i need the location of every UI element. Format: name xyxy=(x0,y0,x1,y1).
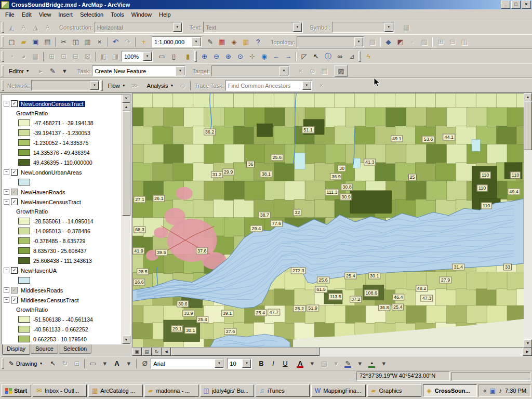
map-vertical-scrollbar[interactable]: ▲ ▼ xyxy=(524,93,532,348)
previous-view-icon[interactable]: ◧ xyxy=(98,51,110,62)
measure-icon[interactable]: ⊿ xyxy=(346,51,358,62)
drawing-menu[interactable]: ✎Drawing▼ xyxy=(6,358,46,369)
toc-scrollbar[interactable]: × ▲ ▼ xyxy=(122,95,130,344)
zoom-out-icon[interactable]: ⊖ xyxy=(210,51,222,62)
sketch-tool-icon[interactable]: ✎ xyxy=(47,65,59,76)
collapse-box-icon[interactable]: − xyxy=(4,268,9,273)
smooth-icon[interactable]: ⊟ xyxy=(446,36,458,47)
full-extent-icon[interactable]: ◉ xyxy=(258,51,270,62)
display-tray-icon[interactable]: ▣ xyxy=(490,387,496,394)
taskbar-button[interactable]: ▰madonna - ... xyxy=(144,384,198,397)
toolbar-grip[interactable] xyxy=(2,65,4,76)
layer-name-NewLondonUrbanAreas[interactable]: NewLondonUrbanAreas xyxy=(19,169,83,176)
font-combo[interactable]: Arial▼ xyxy=(151,358,224,369)
network-combo-arrow-icon[interactable]: ▼ xyxy=(90,81,99,90)
snap-edge-icon[interactable]: ⊠ xyxy=(82,51,94,62)
toc-scroll-thumb[interactable] xyxy=(122,111,130,216)
toolbar-grip[interactable] xyxy=(194,51,197,62)
layer-row-NewLondonUrbanAreas[interactable]: −✓NewLondonUrbanAreas xyxy=(4,167,122,177)
map-scroll-down-icon[interactable]: ▼ xyxy=(524,339,532,348)
attributes-table-icon[interactable]: ▦ xyxy=(318,65,330,76)
select-elements-icon[interactable]: ↖ xyxy=(47,358,59,369)
redo-icon[interactable]: ↷ xyxy=(122,36,134,47)
topology-edit-icon[interactable]: ◆ xyxy=(382,36,394,47)
font-symbol-icon[interactable]: Ø xyxy=(139,358,151,369)
annotation-text-combo-arrow-icon[interactable]: ▼ xyxy=(293,23,302,32)
fixed-zoom-in-icon[interactable]: ⊛ xyxy=(222,51,234,62)
refresh-view-icon[interactable]: ↻ xyxy=(152,348,162,356)
new-map-icon[interactable]: ▢ xyxy=(6,36,18,47)
layer-checkbox-MiddlesexCensusTract[interactable]: ✓ xyxy=(11,297,18,303)
bold-icon[interactable]: B xyxy=(255,358,267,369)
menu-window[interactable]: Window xyxy=(128,10,155,19)
symbol-combo-arrow-icon[interactable]: ▼ xyxy=(384,23,393,32)
toc-close-icon[interactable]: × xyxy=(122,95,130,103)
command-line-icon[interactable]: ◈ xyxy=(228,36,240,47)
menu-edit[interactable]: Edit xyxy=(18,10,35,19)
arctoolbox-icon[interactable]: ▦ xyxy=(216,36,228,47)
follow-feature-icon[interactable]: ◮ xyxy=(30,22,42,33)
collapse-box-icon[interactable]: − xyxy=(4,189,9,195)
trace-task-combo[interactable]: Find Common Ancestors▼ xyxy=(225,80,312,91)
target-combo-arrow-icon[interactable]: ▼ xyxy=(280,66,288,75)
cut-icon[interactable]: ✂ xyxy=(58,36,70,47)
layer-name-NewHavenRoads[interactable]: NewHavenRoads xyxy=(19,189,67,195)
collapse-box-icon[interactable]: − xyxy=(4,101,9,107)
menu-insert[interactable]: Insert xyxy=(55,10,76,19)
map-scale-combo[interactable]: 1:1,000,000▼ xyxy=(152,36,202,47)
analysis-options-icon[interactable]: ◇ xyxy=(177,80,189,91)
trace-task-combo-arrow-icon[interactable]: ▼ xyxy=(302,81,311,90)
collapse-tray-icon[interactable]: « xyxy=(483,387,487,394)
print-icon[interactable]: ▤ xyxy=(42,36,54,47)
network-combo[interactable]: ▼ xyxy=(31,80,100,91)
construct-annotation-icon[interactable]: A xyxy=(18,22,30,33)
whats-this-icon[interactable]: ? xyxy=(252,36,264,47)
zoom-to-selected-icon[interactable]: ⊡ xyxy=(71,358,83,369)
symbol-combo[interactable]: ▼ xyxy=(332,22,394,33)
layer-row-MiddlesexRoads[interactable]: −✓MiddlesexRoads xyxy=(4,285,122,295)
layer-row-MiddlesexCensusTract[interactable]: −✓MiddlesexCensusTract xyxy=(4,295,122,305)
add-data-icon[interactable]: + xyxy=(138,36,150,47)
open-map-icon[interactable]: ▰ xyxy=(18,36,30,47)
line-color-icon[interactable]: ✎ xyxy=(342,358,354,369)
editor-menu[interactable]: Editor▼ xyxy=(6,65,33,76)
map-scroll-up-icon[interactable]: ▲ xyxy=(524,93,532,101)
grid-icon[interactable]: ⊡ xyxy=(58,51,70,62)
select-elements-icon[interactable]: ↖ xyxy=(310,51,322,62)
menu-help[interactable]: Help xyxy=(155,10,175,19)
rotate-tool-icon[interactable]: ⊙ xyxy=(307,65,318,76)
taskbar-button[interactable]: ♫iTunes xyxy=(256,384,310,397)
toolbar-grip[interactable] xyxy=(2,22,4,33)
toolbar-grip[interactable] xyxy=(100,80,103,91)
text-dropdown-icon[interactable]: ▾ xyxy=(123,358,135,369)
marker-color-dropdown-icon[interactable]: ▾ xyxy=(378,358,390,369)
arccatalog-icon[interactable]: ▥ xyxy=(240,36,252,47)
layer-row-NewHavenUA[interactable]: −✓NewHavenUA xyxy=(4,265,122,275)
fix-topology-error-icon[interactable]: ▫ xyxy=(406,36,418,47)
map-topology-icon[interactable]: ▧ xyxy=(366,36,378,47)
start-button[interactable]: Start xyxy=(1,384,31,397)
layer-checkbox-NewLondonUrbanAreas[interactable]: ✓ xyxy=(11,169,18,176)
toolbar-grip[interactable] xyxy=(2,36,4,47)
next-view-icon[interactable]: ◨ xyxy=(110,51,122,62)
topology-combo-arrow-icon[interactable]: ▼ xyxy=(354,37,363,46)
line-color-dropdown-icon[interactable]: ▾ xyxy=(354,358,366,369)
paste-icon[interactable]: ▥ xyxy=(82,36,94,47)
taskbar-button[interactable]: ✉Inbox - Outl... xyxy=(33,384,87,397)
toc-scroll-down-icon[interactable]: ▼ xyxy=(122,336,130,344)
split-tool-icon[interactable]: × xyxy=(295,65,307,76)
zoom-in-icon[interactable]: ⊕ xyxy=(198,51,210,62)
map-scroll-right-icon[interactable]: ▶ xyxy=(523,348,532,356)
layer-name-NewHavenCensusTract[interactable]: NewHavenCensusTract xyxy=(19,199,83,205)
layer-row-NewHavenCensusTract[interactable]: −✓NewHavenCensusTract xyxy=(4,197,122,207)
toolbar-grip[interactable] xyxy=(358,51,361,62)
identify-icon[interactable]: ⓘ xyxy=(322,51,334,62)
map-scroll-left-icon[interactable]: ◀ xyxy=(162,348,171,356)
menu-tools[interactable]: Tools xyxy=(107,10,128,19)
minimize-button[interactable]: _ xyxy=(501,1,510,9)
layer-name-MiddlesexCensusTract[interactable]: MiddlesexCensusTract xyxy=(19,297,80,303)
copy-icon[interactable]: ◫ xyxy=(70,36,82,47)
annotation-attributes-icon[interactable]: ▦ xyxy=(401,22,413,33)
toc-scroll-track[interactable] xyxy=(122,111,130,336)
validate-topology-icon[interactable]: ◩ xyxy=(394,36,406,47)
